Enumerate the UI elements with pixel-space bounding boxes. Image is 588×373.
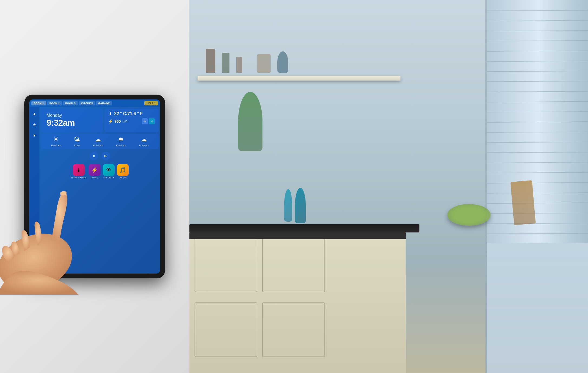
counter-vase-blue <box>284 189 292 222</box>
sidebar-star-icon[interactable]: ★ <box>31 121 38 128</box>
sidebar-down-icon[interactable]: ▼ <box>31 132 38 139</box>
lightning-icon: ⚡ <box>108 119 113 124</box>
app-icon-power[interactable]: ⚡ POWER <box>89 164 101 179</box>
security-app-circle: 👁 <box>103 164 115 176</box>
weather-icon-cloud: ☁ <box>141 136 147 143</box>
weather-icon-partly-cloudy: 🌤 <box>74 136 80 143</box>
forward-button[interactable]: ⏭ <box>101 152 110 160</box>
svg-rect-29 <box>262 303 325 357</box>
weather-item-2[interactable]: 🌤 11:00 <box>74 136 80 147</box>
media-app-circle: 🎵 <box>117 164 129 176</box>
weather-time-4: 13:00 pm <box>116 144 126 147</box>
svg-rect-26 <box>195 238 257 292</box>
main-content: Monday 9:32am 🌡 22 ° C/71.6 ° F <box>40 107 160 274</box>
security-app-label: SECURITY <box>103 177 114 179</box>
weather-row: ☀ 10:00 am 🌤 11:00 ☁ 12:00 pm <box>41 134 159 149</box>
energy-unit: kWh <box>122 120 128 123</box>
weather-icon-rain: 🌧 <box>118 136 124 143</box>
thermometer-icon: 🌡 <box>108 111 113 116</box>
kitchen-plant <box>238 92 262 151</box>
window-panel <box>485 0 588 373</box>
sidebar: ▲ ★ ▼ <box>29 107 40 274</box>
temperature-row: 🌡 22 ° C/71.6 ° F <box>108 111 155 116</box>
right-kitchen-panel <box>189 0 588 373</box>
energy-row: ⚡ 960 kWh ❄ ☀ <box>108 118 155 124</box>
tab-bar: ROOM 1 ROOM 2 ROOM 3 KITCHEN GARAGE HELP… <box>29 99 160 107</box>
cutting-board <box>510 180 536 225</box>
app-icons: 🌡 TEMPERATURE ⚡ POWER 👁 SECURITY <box>41 163 159 180</box>
tab-garage[interactable]: GARAGE <box>96 101 112 105</box>
tab-room3[interactable]: ROOM 3 <box>63 101 78 105</box>
tab-room2[interactable]: ROOM 2 <box>47 101 62 105</box>
weather-time-1: 10:00 am <box>51 144 61 147</box>
content-area: ▲ ★ ▼ Monday 9:32am <box>29 107 160 274</box>
shelf-item-book1 <box>206 49 215 73</box>
tab-help[interactable]: HELP ? <box>144 101 158 105</box>
energy-value: 960 <box>114 119 121 124</box>
tab-kitchen[interactable]: KITCHEN <box>79 101 95 105</box>
top-row: Monday 9:32am 🌡 22 ° C/71.6 ° F <box>41 109 159 132</box>
temperature-app-circle: 🌡 <box>73 164 85 176</box>
kitchen-shelf <box>198 76 400 81</box>
app-icon-media[interactable]: 🎵 MEDIA <box>117 164 129 179</box>
counter-top <box>189 224 419 232</box>
shelf-item-vase <box>257 54 271 73</box>
svg-rect-28 <box>195 303 257 357</box>
time-day: Monday <box>47 113 75 118</box>
time-hour: 9:32am <box>47 118 75 128</box>
temperature-value: 22 ° C/71.6 ° F <box>114 111 143 116</box>
media-app-label: MEDIA <box>120 177 126 179</box>
time-display: Monday 9:32am <box>47 113 75 128</box>
weather-time-3: 12:00 pm <box>93 144 103 147</box>
app-icon-temperature[interactable]: 🌡 TEMPERATURE <box>71 164 87 179</box>
tablet-screen: ROOM 1 ROOM 2 ROOM 3 KITCHEN GARAGE HELP… <box>29 99 160 274</box>
svg-rect-27 <box>262 238 325 292</box>
weather-item-3[interactable]: ☁ 12:00 pm <box>93 136 103 147</box>
weather-item-5[interactable]: ☁ 14:00 pm <box>139 136 149 147</box>
weather-time-2: 11:00 <box>74 144 80 147</box>
weather-item-4[interactable]: 🌧 13:00 pm <box>116 136 126 147</box>
tablet-device: ROOM 1 ROOM 2 ROOM 3 KITCHEN GARAGE HELP… <box>24 95 165 278</box>
widget-buttons: ❄ ☀ <box>142 118 155 124</box>
temperature-app-label: TEMPERATURE <box>71 177 87 179</box>
shelf-items-container <box>206 49 288 73</box>
apple-bowl <box>447 204 491 226</box>
power-app-circle: ⚡ <box>89 164 101 176</box>
tab-room1[interactable]: ROOM 1 <box>31 101 46 105</box>
blind-slats <box>487 0 588 373</box>
weather-icon-sun: ☀ <box>53 136 59 143</box>
shelf-item-book2 <box>222 53 229 73</box>
svg-rect-30 <box>189 232 406 239</box>
weather-icon-cloudy: ☁ <box>95 136 101 143</box>
shelf-item-book3 <box>236 57 242 73</box>
media-controls: ⏸ ⏭ <box>41 151 159 161</box>
time-widget: Monday 9:32am <box>41 109 103 132</box>
power-app-label: POWER <box>91 177 98 179</box>
sun-button[interactable]: ☀ <box>149 118 155 124</box>
tablet-body: ROOM 1 ROOM 2 ROOM 3 KITCHEN GARAGE HELP… <box>24 95 165 278</box>
weather-time-5: 14:00 pm <box>139 144 149 147</box>
app-icon-security[interactable]: 👁 SECURITY <box>103 164 115 179</box>
pause-button[interactable]: ⏸ <box>90 152 98 160</box>
kitchen-cabinets <box>189 232 406 373</box>
snowflake-button[interactable]: ❄ <box>142 118 148 124</box>
sidebar-up-icon[interactable]: ▲ <box>31 110 38 117</box>
weather-item-1[interactable]: ☀ 10:00 am <box>51 136 61 147</box>
left-wall-panel: ROOM 1 ROOM 2 ROOM 3 KITCHEN GARAGE HELP… <box>0 0 189 373</box>
counter-vase-teal <box>295 188 306 223</box>
info-widget: 🌡 22 ° C/71.6 ° F ⚡ 960 kWh ❄ ☀ <box>104 109 159 132</box>
shelf-item-bottle <box>277 51 288 73</box>
